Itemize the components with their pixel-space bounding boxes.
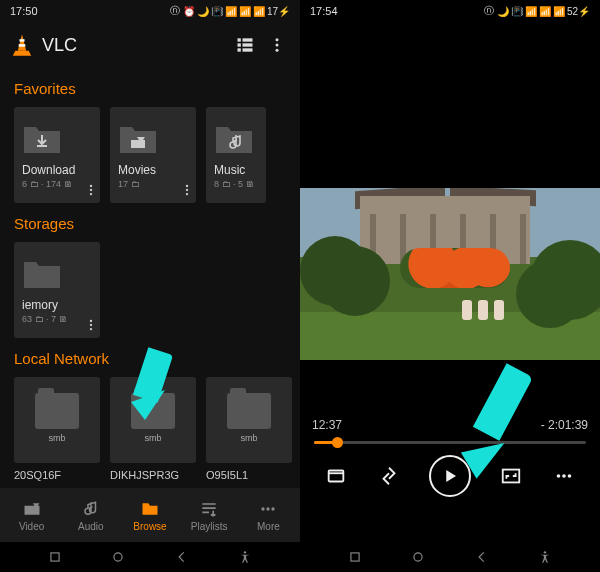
home-button[interactable] [109, 548, 127, 566]
overflow-menu-button[interactable] [266, 34, 288, 56]
svg-point-20 [262, 507, 265, 510]
nav-label: Video [19, 521, 44, 532]
tile-more-button[interactable] [180, 183, 194, 197]
wifi-icon: 📶 [525, 5, 537, 17]
status-time: 17:54 [310, 5, 338, 17]
movies-folder-icon [118, 121, 190, 155]
svg-rect-1 [19, 44, 26, 47]
vibrate-icon: 📳 [511, 5, 523, 17]
audio-icon [81, 499, 101, 519]
seek-thumb[interactable] [332, 437, 343, 448]
svg-rect-7 [243, 48, 253, 51]
nav-label: More [257, 521, 280, 532]
bottom-nav: Video Audio Browse Playlists More [0, 488, 300, 542]
tile-label: Music [214, 163, 260, 177]
battery-percent: 17⚡ [267, 6, 290, 17]
recent-apps-button[interactable] [346, 548, 364, 566]
nfc-icon: ⓝ [483, 5, 495, 17]
back-button[interactable] [473, 548, 491, 566]
battery-percent: 52⚡ [567, 6, 590, 17]
favorite-tile-download[interactable]: Download 6 🗀 · 174 🗎 [14, 107, 100, 203]
tile-label: Download [22, 163, 94, 177]
nav-playlists[interactable]: Playlists [180, 499, 239, 532]
svg-rect-2 [238, 38, 241, 41]
accessibility-button[interactable] [536, 548, 554, 566]
svg-point-22 [272, 507, 275, 510]
svg-point-29 [562, 474, 566, 478]
svg-point-17 [90, 320, 92, 322]
svg-point-32 [414, 553, 422, 561]
svg-point-30 [567, 474, 571, 478]
svg-point-16 [186, 193, 188, 195]
favorite-tile-movies[interactable]: Movies 17 🗀 [110, 107, 196, 203]
svg-point-19 [90, 328, 92, 330]
smb-folder-icon [35, 393, 79, 429]
player-controls [300, 452, 600, 500]
nav-browse[interactable]: Browse [120, 499, 179, 532]
nfc-icon: ⓝ [169, 5, 181, 17]
smb-badge: smb [240, 433, 257, 443]
music-folder-icon [214, 121, 260, 155]
svg-point-9 [276, 44, 279, 47]
storage-tile-memory[interactable]: iemory 63 🗀 · 7 🗎 [14, 242, 100, 338]
smb-server-name: DIKHJSPR3G [110, 469, 196, 481]
android-nav-bar [300, 542, 600, 572]
more-icon [258, 499, 278, 519]
svg-point-8 [276, 38, 279, 41]
view-list-button[interactable] [234, 34, 256, 56]
favorites-row: Download 6 🗀 · 174 🗎 Movies 17 🗀 Music 8… [14, 107, 286, 203]
nav-video[interactable]: Video [2, 499, 61, 532]
back-button[interactable] [173, 548, 191, 566]
smb-badge: smb [144, 433, 161, 443]
player-body[interactable]: 12:37 - 2:01:39 [300, 22, 600, 542]
nav-more[interactable]: More [239, 499, 298, 532]
home-button[interactable] [409, 548, 427, 566]
folder-icon [22, 256, 94, 290]
svg-point-15 [186, 189, 188, 191]
favorite-tile-music[interactable]: Music 8 🗀 · 5 🗎 [206, 107, 266, 203]
tile-label: Movies [118, 163, 190, 177]
annotation-arrow-head-icon [125, 378, 175, 428]
tile-label: iemory [22, 298, 94, 312]
nav-label: Audio [78, 521, 104, 532]
svg-point-28 [556, 474, 560, 478]
wifi-icon: 📶 [225, 5, 237, 17]
svg-rect-26 [329, 471, 344, 482]
nav-audio[interactable]: Audio [61, 499, 120, 532]
tile-more-button[interactable] [84, 318, 98, 332]
svg-point-12 [90, 189, 92, 191]
repeat-button[interactable] [376, 463, 402, 489]
seek-progress [314, 441, 338, 444]
status-bar: 17:50 ⓝ ⏰ 🌙 📳 📶 📶 📶 17⚡ [0, 0, 300, 22]
svg-rect-3 [243, 38, 253, 41]
screenshot-right-vlc-player: 17:54 ⓝ 🌙 📳 📶 📶 📶 52⚡ [300, 0, 600, 572]
svg-point-21 [267, 507, 270, 510]
svg-point-24 [114, 553, 122, 561]
tile-more-button[interactable] [84, 183, 98, 197]
smb-tile[interactable]: smb [206, 377, 292, 463]
status-bar: 17:54 ⓝ 🌙 📳 📶 📶 📶 52⚡ [300, 0, 600, 22]
browse-body: Favorites Download 6 🗀 · 174 🗎 Movies 17… [0, 68, 300, 488]
svg-rect-31 [351, 553, 359, 561]
svg-point-18 [90, 324, 92, 326]
nav-label: Browse [133, 521, 166, 532]
svg-point-14 [186, 185, 188, 187]
folder-icon [140, 499, 160, 519]
accessibility-button[interactable] [236, 548, 254, 566]
seek-bar[interactable] [314, 441, 586, 444]
smb-badge: smb [48, 433, 65, 443]
svg-rect-4 [238, 43, 241, 46]
lock-rotation-button[interactable] [323, 463, 349, 489]
smb-server-name: O95I5L1 [206, 469, 292, 481]
dnd-icon: 🌙 [497, 5, 509, 17]
video-frame [300, 188, 600, 360]
recent-apps-button[interactable] [46, 548, 64, 566]
screenshot-left-vlc-browse: 17:50 ⓝ ⏰ 🌙 📳 📶 📶 📶 17⚡ VLC Favorites [0, 0, 300, 572]
smb-tile[interactable]: smb [14, 377, 100, 463]
svg-point-13 [90, 193, 92, 195]
app-title: VLC [42, 35, 224, 56]
storages-row: iemory 63 🗀 · 7 🗎 [14, 242, 286, 338]
video-icon [22, 499, 42, 519]
section-favorites-title: Favorites [14, 80, 286, 97]
player-more-button[interactable] [551, 463, 577, 489]
